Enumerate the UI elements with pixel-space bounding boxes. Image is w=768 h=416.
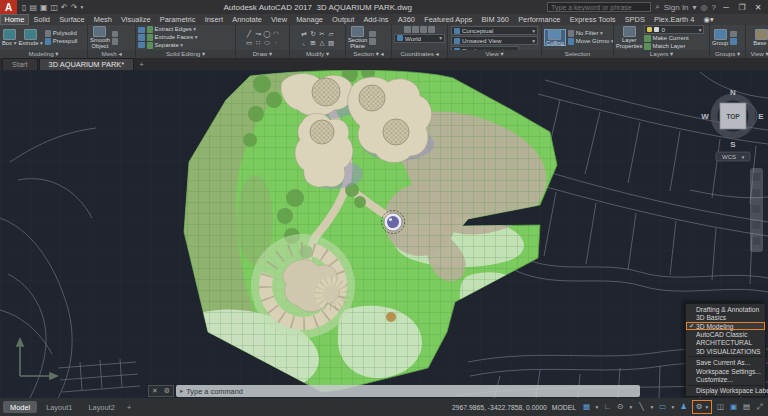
panel-title-section[interactable]: Section ▾ ◂ (346, 50, 391, 58)
tab-spds[interactable]: SPDS (620, 14, 649, 25)
tab-plexearth[interactable]: Plex.Earth 4 (649, 14, 698, 25)
ucs-previous-icon[interactable] (412, 26, 419, 33)
tab-performance[interactable]: Performance (514, 14, 566, 25)
menu-item-customize[interactable]: Customize... (686, 375, 765, 383)
menu-item-architectural[interactable]: ARCHITECTURAL (686, 339, 765, 347)
new-file-icon[interactable]: ▯ (22, 3, 26, 12)
trim-icon[interactable]: ✂ (318, 29, 327, 38)
quick-properties-icon[interactable]: ▤ (741, 400, 752, 414)
live-section-icon[interactable] (369, 31, 376, 38)
maximize-button[interactable]: ❐ (736, 3, 748, 12)
isolate-objects-icon[interactable]: ♟ (678, 400, 689, 414)
viewcube-east[interactable]: E (758, 112, 764, 121)
minimize-button[interactable]: ─ (720, 3, 732, 12)
command-input[interactable]: ▸ Type a command (176, 385, 640, 397)
ucs-origin-icon[interactable] (420, 26, 427, 33)
extrude-faces-button[interactable]: Extrude Faces ▾ (147, 34, 198, 41)
tab-home[interactable]: Home (0, 14, 29, 25)
tab-solid[interactable]: Solid (29, 14, 55, 25)
make-current-button[interactable]: Make Current (644, 35, 707, 42)
section-plane-button[interactable]: SectionPlane (348, 26, 367, 50)
panel-title-modeling[interactable]: Modeling ▾ (0, 50, 87, 58)
clean-screen-icon[interactable]: ⤢ (754, 400, 765, 414)
file-tab-drawing[interactable]: 3D AQUARIUM PARK* (39, 58, 134, 70)
box-button[interactable]: Box ▾ (2, 29, 16, 47)
search-icon[interactable]: ⌕ (655, 2, 659, 12)
exchange-apps-icon[interactable]: ▾ (693, 3, 697, 12)
match-layer-button[interactable]: Match Layer (644, 43, 707, 50)
ucs-combo[interactable]: World▾ (394, 34, 445, 43)
grid-display-icon[interactable]: ▦ (581, 400, 592, 414)
named-view-combo[interactable]: Unsaved View▾ (451, 36, 538, 45)
smooth-object-button[interactable]: SmoothSmooth ObjectObject (90, 26, 110, 50)
object-snap-icon[interactable]: ⊙ (615, 400, 626, 414)
navigation-bar[interactable] (750, 168, 763, 252)
tab-parametric[interactable]: Parametric (155, 14, 200, 25)
tab-mesh[interactable]: Mesh (89, 14, 116, 25)
tab-express-tools[interactable]: Express Tools (565, 14, 620, 25)
extract-edges-button[interactable]: Extract Edges ▾ (147, 26, 198, 33)
hardware-acceleration-icon[interactable]: ▣ (728, 400, 739, 414)
showmotion-icon[interactable] (753, 237, 761, 245)
circle-icon[interactable]: ◯ (263, 29, 272, 38)
ribbon-options-icon[interactable]: ◉▾ (699, 14, 718, 25)
ucs-icon-btn[interactable] (404, 26, 411, 33)
menu-item-save-current-as[interactable]: Save Current As... (686, 358, 765, 366)
workspace-switching-button[interactable]: ⚙ ▾ (692, 400, 712, 414)
tab-a360[interactable]: A360 (393, 14, 419, 25)
orbit-icon[interactable] (753, 221, 761, 229)
tab-manage[interactable]: Manage (292, 14, 328, 25)
panel-title-selection[interactable]: Selection (542, 50, 613, 58)
panel-title-layers[interactable]: Layers ▾ (614, 50, 709, 58)
erase-icon[interactable]: ▨ (327, 38, 336, 47)
tab-bim360[interactable]: BIM 360 (477, 14, 514, 25)
menu-item-autocad-classic[interactable]: AutoCAD Classic (686, 330, 765, 338)
tab-view[interactable]: View (266, 14, 291, 25)
command-customize-icon[interactable]: ⚙ (164, 387, 170, 395)
hatch-icon[interactable]: ∷ (254, 38, 263, 47)
grid-caret-icon[interactable]: ▾ (594, 400, 600, 414)
panel-title-draw[interactable]: Draw ▾ (236, 50, 289, 58)
new-layout-button[interactable]: + (124, 403, 135, 412)
search-input[interactable] (547, 2, 651, 12)
scale-icon[interactable]: △ (318, 38, 327, 47)
dynamic-input-icon[interactable]: ▭ (657, 400, 668, 414)
tab-surface[interactable]: Surface (55, 14, 90, 25)
group-edit-icon[interactable] (730, 38, 737, 45)
array-icon[interactable]: ⊞ (309, 38, 318, 47)
fillet-icon[interactable]: ◟ (300, 38, 309, 47)
layer-combo[interactable]: 0▾ (644, 25, 704, 34)
autocad-logo-icon[interactable]: A (0, 0, 17, 14)
tab-output[interactable]: Output (327, 14, 358, 25)
generate-section-icon[interactable] (369, 38, 376, 45)
arc-icon[interactable]: ◠ (272, 29, 281, 38)
rectangle-icon[interactable]: ▭ (245, 38, 254, 47)
panel-title-coordinates[interactable]: Coordinates ◂ (392, 50, 447, 58)
culling-button[interactable]: Culling (544, 29, 566, 47)
menu-item-drafting-annotation[interactable]: Drafting & Annotation (686, 305, 765, 313)
menu-item-display-workspace-label[interactable]: Display Workspace Label (686, 387, 765, 395)
polysolid-button[interactable]: Polysolid (45, 30, 78, 37)
extrude-button[interactable]: Extrude ▾ (18, 29, 42, 47)
intersect-icon[interactable] (138, 42, 145, 49)
ortho-mode-icon[interactable]: ∟ (602, 400, 613, 414)
osnap-caret-icon[interactable]: ▾ (628, 400, 634, 414)
close-button[interactable]: ✕ (752, 3, 764, 12)
model-space-indicator[interactable]: MODEL (549, 404, 579, 411)
file-tab-start[interactable]: Start (2, 58, 38, 70)
base-button[interactable]: Base ▾ (753, 29, 768, 47)
tab-addins[interactable]: Add-ins (359, 14, 393, 25)
mesh-crease-icon[interactable] (112, 38, 119, 45)
union-icon[interactable] (138, 27, 145, 34)
separate-button[interactable]: Separate ▾ (147, 42, 198, 49)
sign-in-link[interactable]: Sign In (664, 3, 689, 12)
viewcube-west[interactable]: W (701, 112, 709, 121)
move-icon[interactable]: ⇄ (300, 29, 309, 38)
ucs-3point-icon[interactable] (428, 26, 435, 33)
full-navigation-wheel-icon[interactable] (753, 173, 761, 181)
group-button[interactable]: Group (712, 29, 728, 47)
snap-tracking-icon[interactable]: ╲ (636, 400, 647, 414)
tracking-caret-icon[interactable]: ▾ (649, 400, 655, 414)
a360-icon[interactable]: ◎ (701, 3, 708, 12)
annotation-monitor-icon[interactable]: ◫ (715, 400, 726, 414)
